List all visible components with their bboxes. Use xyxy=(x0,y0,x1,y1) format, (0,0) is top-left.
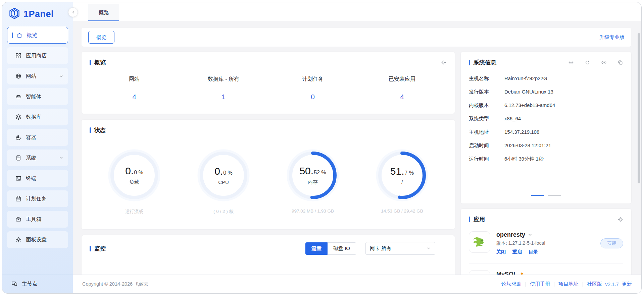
content-toolbar: 概览 升级专业版 xyxy=(82,28,631,47)
sidebar: 1Panel 概览 应用商店 网站 xyxy=(2,2,73,293)
sidebar-item-overview[interactable]: 概览 xyxy=(7,27,68,44)
tab-bar: 概览 xyxy=(73,2,641,21)
sidebar-item-container[interactable]: 容器 xyxy=(7,129,68,146)
stat-cronjobs: 计划任务 0 xyxy=(268,76,357,101)
app-action-stop[interactable]: 关闭 xyxy=(496,249,506,255)
stat-databases: 数据库 - 所有 1 xyxy=(179,76,268,101)
stat-row: 网站 4 数据库 - 所有 1 计划任务 0 已安装应用 xyxy=(90,76,447,107)
gauge-value: 0. xyxy=(214,166,223,177)
upgrade-pro-link[interactable]: 升级专业版 xyxy=(599,34,625,41)
home-icon xyxy=(16,32,23,39)
app-action-directory[interactable]: 目录 xyxy=(529,249,538,255)
gear-icon[interactable] xyxy=(568,60,574,65)
active-indicator xyxy=(12,33,13,38)
copyright-text: Copyright © 2014-2026 飞致云 xyxy=(82,281,149,287)
gauge-caption: ( 0 / 2 ) 核 xyxy=(213,209,234,215)
stat-value[interactable]: 1 xyxy=(179,93,268,101)
vertical-scrollbar[interactable] xyxy=(638,33,640,183)
gauge-memory: 50.52 % 内存 997.02 MB / 1.93 GB xyxy=(268,149,357,215)
divider xyxy=(554,282,554,287)
brand-logo: 1Panel xyxy=(2,2,73,23)
title-bar-accent xyxy=(90,60,91,65)
sidebar-item-system[interactable]: 系统 xyxy=(7,150,68,166)
main-content: 概览 升级专业版 概览 xyxy=(73,21,641,275)
sidebar-item-label: 容器 xyxy=(26,134,36,141)
panel-logo-icon xyxy=(8,7,20,21)
pager-dash-active[interactable] xyxy=(531,195,544,196)
calendar-icon xyxy=(15,195,22,202)
carousel-pager xyxy=(531,195,561,196)
chevron-left-icon xyxy=(71,9,75,15)
apps-card: 应用 xyxy=(461,209,631,275)
gauge-value: 50. xyxy=(299,165,313,177)
monitor-card: 监控 流量 磁盘 IO 网卡 所有 xyxy=(82,235,455,275)
footer-link-project[interactable]: 项目地址 xyxy=(558,281,579,287)
install-button[interactable]: 安装 xyxy=(600,238,623,248)
sidebar-item-label: 应用商店 xyxy=(26,52,47,59)
gauge-label: 负载 xyxy=(129,179,139,185)
gauge-caption: 14.53 GB / 29.42 GB xyxy=(381,209,423,214)
sidebar-item-settings[interactable]: 面板设置 xyxy=(7,231,68,248)
sidebar-item-terminal[interactable]: 终端 xyxy=(7,170,68,187)
chevron-down-icon xyxy=(426,246,431,251)
footer: Copyright © 2014-2026 飞致云 论坛求助 使用手册 项目地址… xyxy=(73,275,641,293)
title-bar-accent xyxy=(90,127,91,133)
app-window: 1Panel 概览 应用商店 网站 xyxy=(2,2,642,294)
stat-label: 计划任务 xyxy=(268,76,357,83)
sys-row-hostname: 主机名称 RainYun-f792p22G xyxy=(469,72,623,85)
stat-label: 已安装应用 xyxy=(357,76,447,83)
card-title: 系统信息 xyxy=(474,59,496,66)
eye-icon[interactable] xyxy=(601,60,607,65)
stat-value[interactable]: 4 xyxy=(90,93,179,101)
system-info-list: 主机名称 RainYun-f792p22G 发行版本 Debian GNU/Li… xyxy=(469,72,623,166)
overview-button[interactable]: 概览 xyxy=(88,31,114,44)
pager-dash-inactive[interactable] xyxy=(548,195,561,196)
title-bar-accent xyxy=(469,217,470,222)
copy-icon[interactable] xyxy=(617,60,623,65)
chevron-down-icon[interactable] xyxy=(528,232,533,237)
toggle-traffic[interactable]: 流量 xyxy=(305,242,328,255)
chevron-down-icon xyxy=(59,156,63,160)
sys-row-ip: 主机地址 154.37.219.108 xyxy=(469,125,623,139)
sidebar-collapse-button[interactable] xyxy=(68,7,78,17)
stat-label: 数据库 - 所有 xyxy=(179,76,268,83)
tab-overview[interactable]: 概览 xyxy=(88,4,119,21)
server-icon xyxy=(15,155,22,161)
sidebar-item-website[interactable]: 网站 xyxy=(7,68,68,84)
network-card-select[interactable]: 网卡 所有 xyxy=(365,242,435,255)
footer-link-forum[interactable]: 论坛求助 xyxy=(501,281,522,287)
stat-value[interactable]: 0 xyxy=(268,93,357,101)
card-title: 概览 xyxy=(94,59,106,66)
sidebar-item-main-node[interactable]: 主节点 xyxy=(2,275,73,293)
sidebar-item-toolbox[interactable]: 工具箱 xyxy=(7,211,68,228)
footer-link-manual[interactable]: 使用手册 xyxy=(530,281,550,287)
sidebar-item-database[interactable]: 数据库 xyxy=(7,109,68,125)
gauge-row: 0.0 % 负载 运行流畅 xyxy=(90,149,447,223)
gauge-label: 内存 xyxy=(308,179,318,185)
app-action-restart[interactable]: 重启 xyxy=(512,249,522,255)
sidebar-item-label: 网站 xyxy=(26,73,36,80)
toggle-disk-io[interactable]: 磁盘 IO xyxy=(328,242,356,255)
stat-label: 网站 xyxy=(90,76,179,83)
refresh-icon[interactable] xyxy=(585,60,590,65)
divider xyxy=(526,282,526,287)
overview-card: 概览 网站 4 数据库 - 所有 1 xyxy=(82,52,455,114)
card-title: 监控 xyxy=(94,245,106,252)
sidebar-item-label: 终端 xyxy=(26,175,36,182)
stat-value[interactable]: 4 xyxy=(357,93,447,101)
app-name: MySQL xyxy=(496,271,517,275)
version-label[interactable]: v2.1.7 xyxy=(605,281,619,287)
update-link[interactable]: 更新 xyxy=(622,281,632,287)
sidebar-item-cronjob[interactable]: 计划任务 xyxy=(7,190,68,207)
footer-links: 论坛求助 使用手册 项目地址 社区版 v2.1.7 更新 xyxy=(501,281,632,287)
sys-row-distro: 发行版本 Debian GNU/Linux 13 xyxy=(469,85,623,99)
sidebar-item-label: 概览 xyxy=(27,32,37,39)
monitor-mode-toggle: 流量 磁盘 IO xyxy=(305,242,356,255)
mysql-logo-icon xyxy=(469,270,490,275)
sidebar-item-appstore[interactable]: 应用商店 xyxy=(7,47,68,64)
gear-icon[interactable] xyxy=(617,217,623,222)
gear-icon[interactable] xyxy=(441,60,447,65)
footer-link-edition[interactable]: 社区版 xyxy=(587,281,602,287)
brand-name: 1Panel xyxy=(23,9,54,19)
sidebar-item-agent[interactable]: 智能体 xyxy=(7,88,68,105)
